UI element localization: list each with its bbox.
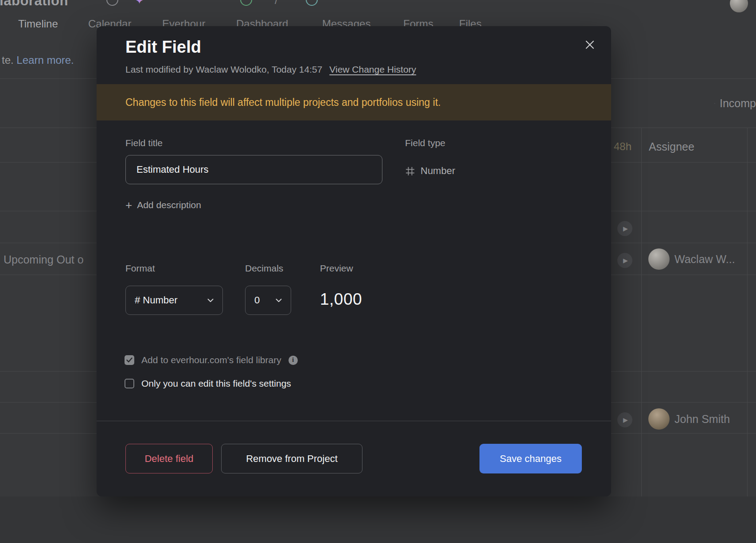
play-timer-button[interactable]: ▶ xyxy=(617,253,632,268)
decimals-label: Decimals xyxy=(245,263,283,274)
hash-icon xyxy=(405,166,415,176)
last-modified-text: Last modified by Waclaw Wolodko, Today 1… xyxy=(125,64,322,75)
field-type-value: Number xyxy=(405,165,455,177)
assignee-column-header[interactable]: Assignee xyxy=(649,140,694,153)
info-icon[interactable]: i xyxy=(288,356,298,365)
footer-divider xyxy=(97,421,611,421)
decimals-select[interactable]: 0 xyxy=(245,286,291,315)
field-type-text: Number xyxy=(421,165,455,177)
assignee-name[interactable]: Waclaw W... xyxy=(674,253,735,266)
plus-icon: + xyxy=(125,201,132,210)
sparkle-icon: ✦ xyxy=(135,0,144,7)
library-checkbox[interactable] xyxy=(125,355,134,365)
decimals-value: 0 xyxy=(254,295,260,306)
add-description-button[interactable]: + Add description xyxy=(125,200,201,210)
slash-icon: / xyxy=(275,0,278,7)
format-label: Format xyxy=(125,263,155,274)
preview-value: 1,000 xyxy=(320,286,362,315)
tab-timeline[interactable]: Timeline xyxy=(18,18,58,30)
close-button[interactable] xyxy=(581,36,599,54)
chevron-down-icon xyxy=(207,299,214,303)
hours-header-fragment: 48h xyxy=(614,140,631,153)
remove-from-project-button[interactable]: Remove from Project xyxy=(221,444,362,473)
add-description-label: Add description xyxy=(137,200,201,210)
workspace-title: llaboration xyxy=(0,0,68,9)
library-checkbox-row: Add to everhour.com's field library i xyxy=(125,355,298,365)
edit-field-modal: Edit Field Last modified by Waclaw Wolod… xyxy=(97,26,611,496)
assignee-avatar xyxy=(648,248,670,270)
notice-prefix: te. xyxy=(2,54,14,66)
status-circle-icon xyxy=(106,0,118,6)
assignee-name[interactable]: John Smith xyxy=(674,413,730,426)
play-timer-button[interactable]: ▶ xyxy=(617,221,632,236)
private-checkbox-row: Only you can edit this field's settings xyxy=(125,378,291,389)
save-changes-button[interactable]: Save changes xyxy=(479,444,582,473)
play-timer-button[interactable]: ▶ xyxy=(617,412,632,427)
page-bottom-area xyxy=(0,496,756,543)
private-checkbox[interactable] xyxy=(125,379,134,388)
section-row-label: Upcoming Out o xyxy=(4,253,84,266)
grid-line xyxy=(641,128,642,496)
play-icon: ▶ xyxy=(623,416,628,423)
notice-text: te. Learn more. xyxy=(2,54,74,66)
close-icon xyxy=(585,39,595,50)
modal-subtitle-row: Last modified by Waclaw Wolodko, Today 1… xyxy=(125,64,416,75)
play-icon: ▶ xyxy=(623,257,628,264)
field-title-input[interactable] xyxy=(125,155,382,184)
modal-title: Edit Field xyxy=(125,38,201,57)
format-value: # Number xyxy=(135,295,178,306)
warning-banner: Changes to this field will affect multip… xyxy=(97,84,611,120)
check-icon xyxy=(126,357,132,363)
assignee-avatar xyxy=(648,408,670,430)
preview-label: Preview xyxy=(320,263,353,274)
user-avatar[interactable] xyxy=(730,0,748,12)
play-icon: ▶ xyxy=(623,225,628,232)
incomplete-filter[interactable]: Incomp xyxy=(714,97,756,110)
grid-line xyxy=(747,128,748,496)
incomplete-filter-label: Incomp xyxy=(720,97,756,110)
chevron-down-icon xyxy=(276,299,282,303)
delete-field-button[interactable]: Delete field xyxy=(125,444,213,473)
learn-more-link[interactable]: Learn more. xyxy=(16,54,74,66)
field-title-label: Field title xyxy=(125,138,163,148)
library-checkbox-label: Add to everhour.com's field library xyxy=(141,355,281,365)
timer-circle-icon xyxy=(306,0,318,6)
format-select[interactable]: # Number xyxy=(125,286,223,315)
online-circle-icon xyxy=(240,0,252,6)
check-circle-icon xyxy=(714,98,715,109)
view-change-history-link[interactable]: View Change History xyxy=(329,64,416,75)
private-checkbox-label: Only you can edit this field's settings xyxy=(141,378,291,389)
field-type-label: Field type xyxy=(405,138,445,148)
